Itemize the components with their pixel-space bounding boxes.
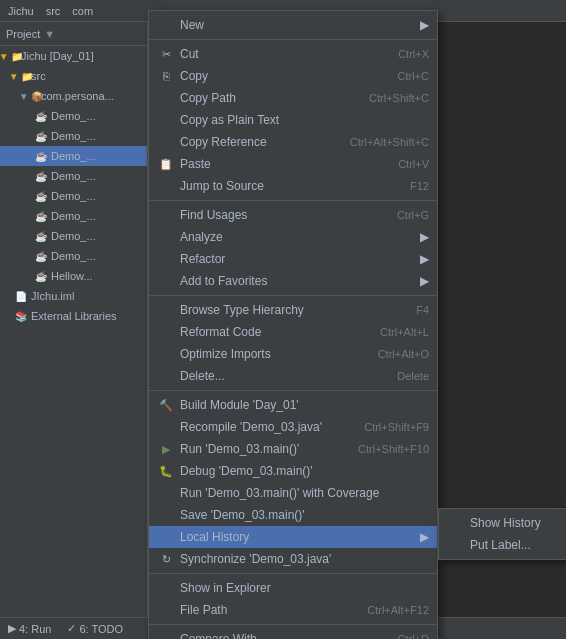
menu-synchronize-label: Synchronize 'Demo_03.java' [180,552,331,566]
tree-item-hellow[interactable]: ☕ Hellow... [0,266,147,286]
menu-delete[interactable]: Delete... Delete [149,365,437,387]
menu-build[interactable]: 🔨 Build Module 'Day_01' [149,394,437,416]
menu-reformat-label: Reformat Code [180,325,261,339]
tree-item-demo6[interactable]: ☕ Demo_... [0,206,147,226]
tree-label-com: com.persona... [41,90,114,102]
menu-save-label: Save 'Demo_03.main()' [180,508,305,522]
menu-synchronize[interactable]: ↻ Synchronize 'Demo_03.java' [149,548,437,570]
menu-run[interactable]: ▶ Run 'Demo_03.main()' Ctrl+Shift+F10 [149,438,437,460]
history-arrow: ▶ [420,530,429,544]
java-icon-2: ☕ [34,129,48,143]
bottom-todo[interactable]: ✓ 6: TODO [67,622,123,635]
menu-run-coverage[interactable]: Run 'Demo_03.main()' with Coverage [149,482,437,504]
save-icon [157,506,175,524]
topbar-jichu[interactable]: Jichu [8,5,34,17]
menu-cut[interactable]: ✂ Cut Ctrl+X [149,43,437,65]
tree-item-jichu[interactable]: ▼ 📁 Jichu [Day_01] [0,46,147,66]
tree-label-demo6: Demo_... [51,210,96,222]
menu-save[interactable]: Save 'Demo_03.main()' [149,504,437,526]
tree-item-demo2[interactable]: ☕ Demo_... [0,126,147,146]
menu-jump[interactable]: Jump to Source F12 [149,175,437,197]
sidebar-header: Project ▼ [0,22,147,46]
tree-item-demo5[interactable]: ☕ Demo_... [0,186,147,206]
menu-compare[interactable]: Compare With... Ctrl+D [149,628,437,639]
menu-delete-label: Delete... [180,369,225,383]
analyze-icon [157,228,175,246]
favorites-icon [157,272,175,290]
separator-1 [149,39,437,40]
tree-item-extlib[interactable]: 📚 External Libraries [0,306,147,326]
menu-refactor[interactable]: Refactor ▶ [149,248,437,270]
menu-new-label: New [180,18,204,32]
tree-label-iml: JIchu.iml [31,290,74,302]
menu-new[interactable]: New ▶ [149,14,437,36]
menu-browse-type[interactable]: Browse Type Hierarchy F4 [149,299,437,321]
menu-reformat[interactable]: Reformat Code Ctrl+Alt+L [149,321,437,343]
submenu-put-label[interactable]: Put Label... [439,534,566,556]
copy-path-shortcut: Ctrl+Shift+C [369,92,429,104]
compare-shortcut: Ctrl+D [398,633,429,639]
topbar-src[interactable]: src [46,5,61,17]
bottom-run[interactable]: ▶ 4: Run [8,622,51,635]
browse-shortcut: F4 [416,304,429,316]
tree-label-demo4: Demo_... [51,170,96,182]
separator-4 [149,390,437,391]
tree-item-com[interactable]: ▼ 📦 com.persona... [0,86,147,106]
java-icon-5: ☕ [34,189,48,203]
sidebar: Project ▼ ▼ 📁 Jichu [Day_01] ▼ 📁 src ▼ 📦… [0,22,148,617]
menu-copy-path[interactable]: Copy Path Ctrl+Shift+C [149,87,437,109]
optimize-shortcut: Ctrl+Alt+O [378,348,429,360]
separator-6 [149,624,437,625]
menu-debug-label: Debug 'Demo_03.main()' [180,464,313,478]
context-menu: New ▶ ✂ Cut Ctrl+X ⎘ Copy Ctrl+C Copy Pa… [148,10,438,639]
cut-shortcut: Ctrl+X [398,48,429,60]
menu-compare-label: Compare With... [180,632,267,639]
find-shortcut: Ctrl+G [397,209,429,221]
tree-item-demo8[interactable]: ☕ Demo_... [0,246,147,266]
tree-label-extlib: External Libraries [31,310,117,322]
tree-item-demo7[interactable]: ☕ Demo_... [0,226,147,246]
tree-label-demo2: Demo_... [51,130,96,142]
menu-local-history[interactable]: Local History ▶ [149,526,437,548]
menu-copy-ref[interactable]: Copy Reference Ctrl+Alt+Shift+C [149,131,437,153]
compare-icon [157,630,175,639]
menu-show-explorer[interactable]: Show in Explorer [149,577,437,599]
tree-item-demo3[interactable]: ☕ Demo_... [0,146,147,166]
copy-path-icon [157,89,175,107]
tree-item-src[interactable]: ▼ 📁 src [0,66,147,86]
tree-label-demo1: Demo_... [51,110,96,122]
menu-debug[interactable]: 🐛 Debug 'Demo_03.main()' [149,460,437,482]
separator-3 [149,295,437,296]
menu-copy-plain[interactable]: Copy as Plain Text [149,109,437,131]
tree-item-iml[interactable]: 📄 JIchu.iml [0,286,147,306]
menu-paste-label: Paste [180,157,211,171]
recompile-icon [157,418,175,436]
tree-item-demo4[interactable]: ☕ Demo_... [0,166,147,186]
put-label-icon [447,536,465,554]
menu-paste[interactable]: 📋 Paste Ctrl+V [149,153,437,175]
run-label: 4: Run [19,623,51,635]
menu-recompile[interactable]: Recompile 'Demo_03.java' Ctrl+Shift+F9 [149,416,437,438]
run-icon: ▶ [8,622,16,635]
debug-icon: 🐛 [157,462,175,480]
menu-analyze[interactable]: Analyze ▶ [149,226,437,248]
menu-copy[interactable]: ⎘ Copy Ctrl+C [149,65,437,87]
menu-add-favorites-label: Add to Favorites [180,274,267,288]
tree-label: Jichu [Day_01] [21,50,94,62]
coverage-icon [157,484,175,502]
submenu-local-history: Show History Put Label... [438,508,566,560]
menu-analyze-label: Analyze [180,230,223,244]
java-icon-8: ☕ [34,249,48,263]
java-icon-7: ☕ [34,229,48,243]
menu-add-favorites[interactable]: Add to Favorites ▶ [149,270,437,292]
menu-find-usages[interactable]: Find Usages Ctrl+G [149,204,437,226]
topbar-com[interactable]: com [72,5,93,17]
tree-item-demo1[interactable]: ☕ Demo_... [0,106,147,126]
jump-icon [157,177,175,195]
copy-shortcut: Ctrl+C [398,70,429,82]
menu-file-path[interactable]: File Path Ctrl+Alt+F12 [149,599,437,621]
java-icon-hellow: ☕ [34,269,48,283]
submenu-show-history-label: Show History [470,516,541,530]
submenu-show-history[interactable]: Show History [439,512,566,534]
menu-optimize[interactable]: Optimize Imports Ctrl+Alt+O [149,343,437,365]
